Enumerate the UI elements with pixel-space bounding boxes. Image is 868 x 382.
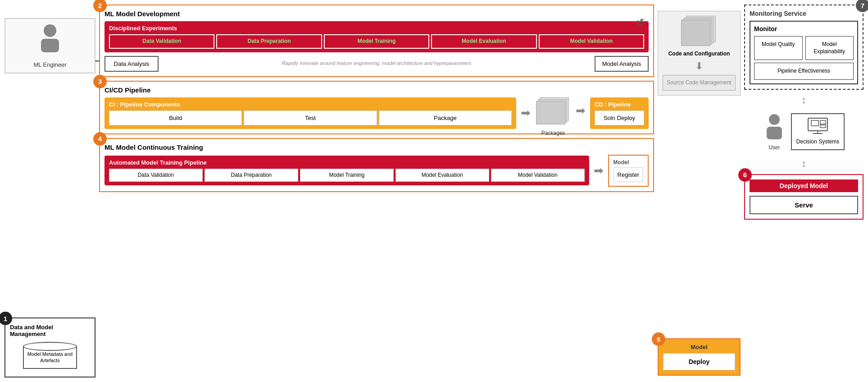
ci-step-build: Build: [109, 110, 242, 125]
diagram-container: ➞ ML Engineer 1 Data and Model Managemen…: [0, 0, 868, 382]
step-model-validation: Model Validation: [539, 34, 644, 49]
monitor-explainability: Model Explainability: [805, 36, 854, 60]
serve-box: Serve: [750, 196, 858, 214]
step-model-training: Model Training: [324, 34, 429, 49]
model-deploy-section: 5 Model Deploy: [658, 338, 741, 376]
ct-steps-row: Data Validation Data Preparation Model T…: [109, 169, 585, 182]
monitoring-section: 7 Monitoring Service Monitor Model Quali…: [744, 5, 863, 90]
badge-3: 3: [93, 75, 107, 88]
data-analysis-box: Data Analysis: [105, 56, 159, 72]
cicd-row: CI : Pipeline Components Build Test Pack…: [105, 97, 649, 129]
ml-dev-title: ML Model Development: [105, 10, 649, 18]
spacer: [658, 99, 741, 335]
user-icon: [763, 113, 786, 143]
ct-step-1: Data Validation: [109, 169, 203, 182]
cylinder-top: [23, 342, 77, 351]
ct-arrow: ➡: [594, 164, 604, 178]
monitor-title: Monitor: [754, 25, 854, 32]
data-model-title: Data and Model Management: [10, 324, 90, 337]
model-register-title: Model: [614, 159, 643, 166]
step-data-preparation: Data Preparation: [216, 34, 322, 49]
monitor-grid: Model Quality Model Explainability Pipel…: [754, 36, 854, 80]
ml-dev-section: 2 ML Model Development ↺ Disciplined Exp…: [99, 5, 654, 77]
code-config-label: Code and Configuration: [663, 50, 736, 58]
down-arrow: ⬇: [663, 60, 736, 72]
cd-box: CD : Pipeline Soln Deploy: [590, 97, 649, 129]
cicd-arrow2: ➡: [576, 104, 586, 118]
dev-steps-row: Data Validation Data Preparation Model T…: [109, 34, 644, 49]
user-box: User: [763, 113, 786, 151]
left-column: ➞ ML Engineer 1 Data and Model Managemen…: [5, 5, 99, 377]
cicd-title: CI/CD Pipeline: [105, 86, 649, 94]
automated-box: Automated Model Training Pipeline Data V…: [105, 156, 589, 186]
page-4: [681, 20, 710, 46]
badge-6: 6: [738, 168, 752, 182]
deployed-model-section: 6 Deployed Model Serve: [744, 174, 863, 220]
decision-label: Decision Systems: [796, 138, 839, 146]
vertical-arrows: ↕: [744, 92, 863, 108]
badge-4: 4: [93, 132, 107, 146]
monitor-inner-box: Monitor Model Quality Model Explainabili…: [750, 21, 858, 84]
cylinder: Model Metadata and Artefacts: [23, 342, 77, 371]
badge-1: 1: [0, 312, 12, 325]
package-page-3: [536, 101, 565, 124]
monitor-quality: Model Quality: [754, 36, 803, 60]
deployed-model-title: Deployed Model: [750, 179, 858, 192]
model-register-box: Model Register: [608, 155, 649, 187]
stacked-pages: [681, 16, 717, 47]
decision-systems-box: Decision Systems: [791, 113, 845, 150]
right-panels-column: Code and Configuration ⬇ Source Code Man…: [654, 5, 744, 377]
cd-deploy: Soln Deploy: [595, 110, 644, 125]
ct-step-4: Model Evaluation: [395, 169, 489, 182]
svg-rect-7: [820, 125, 826, 128]
ml-engineer-icon: [36, 23, 64, 60]
ct-title: ML Model Continuous Training: [105, 143, 649, 151]
badge-7: 7: [856, 0, 868, 12]
model-deploy-inner: Deploy: [663, 353, 735, 370]
user-label: User: [768, 144, 780, 151]
automated-title: Automated Model Training Pipeline: [109, 159, 585, 166]
badge1-area: 1 Data and Model Management Model Metada…: [5, 290, 95, 377]
ci-title: CI : Pipeline Components: [109, 101, 512, 108]
far-right-column: 7 Monitoring Service Monitor Model Quali…: [744, 5, 863, 377]
code-config-panel: Code and Configuration ⬇ Source Code Man…: [658, 11, 741, 96]
cylinder-label: Model Metadata and Artefacts: [24, 351, 76, 364]
packages-stack: Packages: [535, 97, 571, 129]
ct-section: 4 ML Model Continuous Training Automated…: [99, 138, 654, 192]
ct-row: Automated Model Training Pipeline Data V…: [105, 155, 649, 187]
cd-title: CD : Pipeline: [595, 101, 644, 108]
model-deploy-title: Model: [663, 344, 735, 350]
step-data-validation: Data Validation: [109, 34, 214, 49]
svg-rect-3: [767, 127, 782, 139]
cylinder-container: Model Metadata and Artefacts: [10, 342, 90, 371]
data-model-box: 1 Data and Model Management Model Metada…: [5, 318, 95, 377]
ct-step-3: Model Training: [300, 169, 394, 182]
monitoring-title: Monitoring Service: [750, 10, 858, 17]
ci-step-test: Test: [244, 110, 377, 125]
middle-text: Rapidly innovate around feature engineer…: [163, 60, 590, 67]
source-code-box: Source Code Management: [663, 75, 736, 91]
monitor-pipeline: Pipeline Effectiveness: [754, 63, 854, 80]
ci-box: CI : Pipeline Components Build Test Pack…: [105, 97, 516, 129]
cicd-section: 3 CI/CD Pipeline CI : Pipeline Component…: [99, 81, 654, 134]
packages-label: Packages: [535, 130, 571, 136]
ml-engineer-panel: ➞ ML Engineer: [5, 18, 95, 74]
user-decision-row: User Decision Systems: [744, 110, 863, 153]
model-register-inner: Register: [614, 167, 643, 182]
cicd-arrow: ➡: [521, 106, 531, 120]
decision-systems-icon: [808, 118, 828, 136]
disciplined-box: ↺ Disciplined Experiments Data Validatio…: [105, 21, 649, 52]
disciplined-title: Disciplined Experiments: [109, 25, 644, 32]
ci-step-package: Package: [379, 110, 512, 125]
ml-engineer-label: ML Engineer: [33, 61, 66, 68]
model-analysis-box: Model Analysis: [595, 56, 649, 72]
step-model-evaluation: Model Evaluation: [431, 34, 536, 49]
svg-rect-1: [41, 39, 59, 52]
analysis-row: Data Analysis Rapidly innovate around fe…: [105, 56, 649, 72]
svg-point-2: [769, 114, 780, 125]
svg-rect-5: [811, 120, 818, 126]
badge-5: 5: [652, 332, 665, 346]
svg-point-0: [44, 24, 56, 37]
vertical-arrows-2: ↕: [744, 156, 863, 171]
svg-rect-6: [820, 120, 826, 124]
